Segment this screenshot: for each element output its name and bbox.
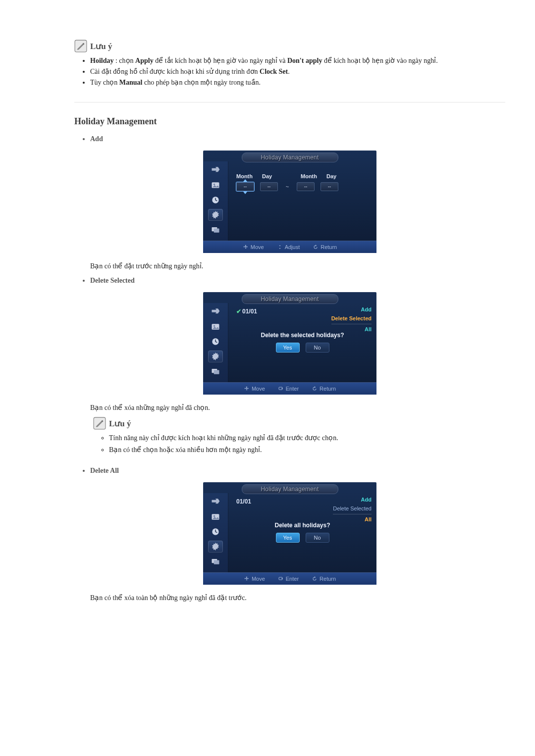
footer-adjust: Adjust xyxy=(285,244,300,250)
svg-point-16 xyxy=(214,515,215,517)
sidebar-multi-icon[interactable] xyxy=(208,365,223,377)
osd-screenshot-delete-selected: Holiday Management ✔01/01 Add Delete Sel… xyxy=(203,292,376,395)
text: . xyxy=(288,68,290,75)
footer-return: Return xyxy=(320,386,336,392)
note-pencil-icon xyxy=(93,417,106,430)
label-day: Day xyxy=(326,173,346,179)
sidebar-picture-icon[interactable] xyxy=(208,179,223,191)
field-month-end[interactable]: -- xyxy=(297,182,315,191)
feature-delete-selected: Delete Selected xyxy=(90,275,505,286)
sidebar-time-icon[interactable] xyxy=(208,194,223,206)
no-button[interactable]: No xyxy=(306,533,329,543)
yes-button[interactable]: Yes xyxy=(276,343,300,353)
svg-rect-20 xyxy=(214,560,219,564)
bold-text: Clock Set xyxy=(260,68,288,75)
move-icon xyxy=(244,576,250,582)
return-icon xyxy=(313,244,319,250)
label-day: Day xyxy=(262,173,282,179)
move-icon xyxy=(243,244,249,250)
footer-move: Move xyxy=(251,244,264,250)
note-title: Lưu ý xyxy=(90,41,112,52)
holiday-date: 01/01 xyxy=(242,308,257,315)
field-day-end[interactable]: -- xyxy=(321,182,338,191)
svg-point-2 xyxy=(214,184,215,185)
no-button[interactable]: No xyxy=(306,343,329,353)
osd-main: 01/01 Add Delete Selected All Delete all… xyxy=(228,493,376,572)
sidebar-time-icon[interactable] xyxy=(208,526,223,538)
sidebar-picture-icon[interactable] xyxy=(208,511,223,523)
menu-delete-selected[interactable]: Delete Selected xyxy=(333,504,372,513)
note-header: Lưu ý xyxy=(93,417,505,430)
feature-list: Delete All xyxy=(74,465,505,476)
menu-add[interactable]: Add xyxy=(331,305,372,314)
note-item: Hoilday : chọn Apply để tắt kích hoạt bộ… xyxy=(90,55,505,66)
bold-text: Apply xyxy=(135,57,154,64)
feature-list: Add xyxy=(74,134,505,145)
menu-delete-selected[interactable]: Delete Selected xyxy=(331,314,372,323)
dialog-text: Delete all holidays? xyxy=(245,522,360,529)
label-month: Month xyxy=(236,173,256,179)
osd-footer: Move Adjust Return xyxy=(203,241,376,253)
note-sublist: Tính năng này chỉ được kích hoạt khi nhữ… xyxy=(93,433,505,455)
note-list: Hoilday : chọn Apply để tắt kích hoạt bộ… xyxy=(74,55,505,88)
text: Cài đặt đồng hồ chỉ được kích hoạt khi s… xyxy=(90,68,260,75)
checkmark-icon: ✔ xyxy=(236,308,241,315)
osd-titlebar: Holiday Management xyxy=(203,482,376,493)
note-item: Cài đặt đồng hồ chỉ được kích hoạt khi s… xyxy=(90,66,505,77)
feature-add: Add xyxy=(90,134,505,145)
svg-rect-6 xyxy=(214,229,219,233)
sidebar-time-icon[interactable] xyxy=(208,336,223,348)
osd-main: Month Day Month Day -- -- xyxy=(228,161,376,241)
yes-button[interactable]: Yes xyxy=(276,533,300,543)
sidebar-multi-icon[interactable] xyxy=(208,555,223,567)
osd-footer: Move Enter Return xyxy=(203,572,376,585)
return-icon xyxy=(312,576,318,582)
move-icon xyxy=(244,386,250,392)
text: Tùy chọn xyxy=(90,79,119,86)
confirm-dialog: Delete all holidays? Yes No xyxy=(245,522,360,543)
section-title: Holiday Management xyxy=(74,116,505,127)
sidebar-setup-icon[interactable] xyxy=(208,351,223,362)
sidebar-setup-icon[interactable] xyxy=(208,541,223,553)
text: cho phép bạn chọn một ngày trong tuần. xyxy=(142,79,261,86)
caption-add: Bạn có thể đặt trước những ngày nghỉ. xyxy=(90,262,505,270)
note-header: Lưu ý xyxy=(74,40,505,52)
sidebar-input-icon[interactable] xyxy=(208,496,223,508)
sidebar-input-icon[interactable] xyxy=(208,164,223,176)
sidebar-setup-icon[interactable] xyxy=(208,209,223,221)
caption-delete-all: Bạn có thể xóa toàn bộ những ngày nghỉ đ… xyxy=(90,594,505,602)
sidebar-multi-icon[interactable] xyxy=(208,224,223,236)
footer-return: Return xyxy=(321,244,337,250)
enter-icon xyxy=(278,576,284,582)
osd-sidebar xyxy=(203,493,228,572)
osd-screenshot-add: Holiday Management Month Day xyxy=(203,151,376,253)
bold-text: Don't apply xyxy=(287,57,322,64)
return-icon xyxy=(312,386,318,392)
svg-rect-12 xyxy=(214,370,219,374)
menu-add[interactable]: Add xyxy=(333,495,372,504)
holiday-date: 01/01 xyxy=(236,498,251,505)
osd-title: Holiday Management xyxy=(242,484,338,494)
osd-main: ✔01/01 Add Delete Selected All Delete th… xyxy=(228,303,376,382)
field-day-start[interactable]: -- xyxy=(260,182,278,191)
osd-title: Holiday Management xyxy=(242,294,338,304)
bold-text: Manual xyxy=(119,79,143,86)
footer-move: Move xyxy=(252,576,265,582)
side-menu: Add Delete Selected All xyxy=(333,495,372,524)
feature-delete-all: Delete All xyxy=(90,465,505,476)
note-item: Tính năng này chỉ được kích hoạt khi nhữ… xyxy=(109,433,505,444)
footer-enter: Enter xyxy=(286,576,299,582)
label-month: Month xyxy=(301,173,321,179)
note-pencil-icon xyxy=(74,40,87,52)
text: : chọn xyxy=(113,57,135,64)
note-item: Tùy chọn Manual cho phép bạn chọn một ng… xyxy=(90,77,505,88)
field-month-start[interactable]: -- xyxy=(236,182,254,191)
footer-enter: Enter xyxy=(286,386,299,392)
footer-return: Return xyxy=(320,576,336,582)
sidebar-input-icon[interactable] xyxy=(208,306,223,318)
sidebar-picture-icon[interactable] xyxy=(208,321,223,333)
text: để kích hoạt bộ hẹn giờ vào ngày nghỉ. xyxy=(322,57,437,64)
osd-footer: Move Enter Return xyxy=(203,382,376,395)
note-item: Bạn có thể chọn hoặc xóa nhiều hơn một n… xyxy=(109,445,505,455)
osd-sidebar xyxy=(203,161,228,241)
